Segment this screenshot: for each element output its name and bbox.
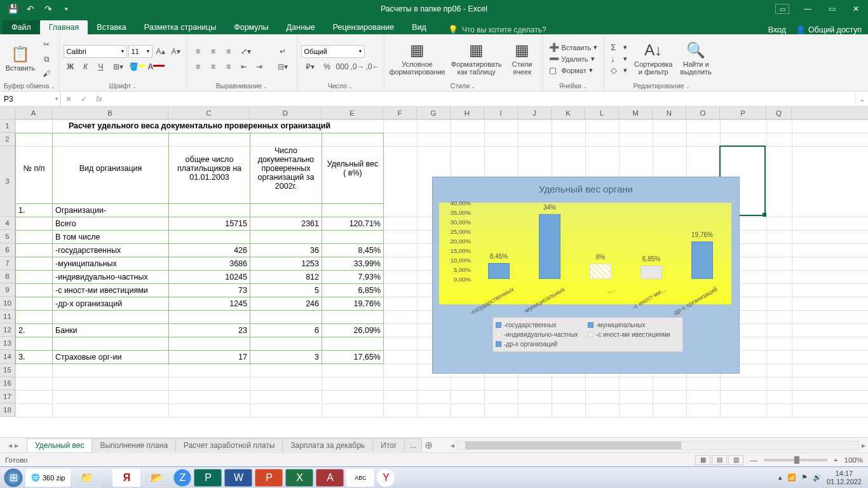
tray-sound-icon[interactable]: 🔊 (813, 473, 822, 482)
undo-icon[interactable]: ↶ (23, 2, 38, 16)
find-select-button[interactable]: 🔍 Найти и выделить (677, 38, 715, 80)
increase-decimal-icon[interactable]: ,0→ (351, 60, 365, 73)
embedded-chart[interactable]: Удельный вес органи0,00%5,00%10,00%15,00… (432, 177, 740, 374)
start-button[interactable]: ⊞ (4, 468, 23, 487)
column-header[interactable]: P (720, 107, 766, 119)
close-icon[interactable]: ✕ (844, 0, 868, 18)
login-link[interactable]: Вход (768, 25, 786, 34)
sheet-tab-more[interactable]: ... (404, 438, 422, 452)
tab-view[interactable]: Вид (403, 20, 435, 34)
font-name-combo[interactable]: Calibri▾ (64, 45, 127, 58)
decrease-decimal-icon[interactable]: ,0← (366, 60, 380, 73)
fx-icon[interactable]: fx (92, 95, 107, 104)
insert-cells-button[interactable]: ➕Вставить ▾ (546, 42, 600, 53)
worksheet-grid[interactable]: ABCDEFGHIJKLMNOPQ 1234567891011121314151… (0, 107, 868, 437)
conditional-formatting-button[interactable]: ▦ Условное форматирование (388, 38, 447, 80)
align-left-icon[interactable]: ≡ (191, 60, 205, 73)
row-header[interactable]: 12 (0, 323, 15, 337)
qat-customize-icon[interactable]: ▾ (58, 2, 74, 16)
indent-decrease-icon[interactable]: ⇤ (237, 60, 251, 73)
normal-view-icon[interactable]: ▦ (695, 455, 710, 465)
tab-file[interactable]: Файл (3, 20, 40, 34)
taskbar-powerpoint[interactable]: P (255, 469, 283, 487)
autosum-button[interactable]: Σ▾ (608, 42, 630, 53)
sheet-tab[interactable]: Расчет заработной платы (175, 438, 283, 452)
taskbar-publisher[interactable]: P (194, 469, 222, 487)
row-header[interactable]: 18 (0, 403, 15, 417)
taskbar-abc[interactable]: ABC (346, 469, 374, 487)
tray-network-icon[interactable]: 📶 (787, 473, 796, 482)
sheet-tab[interactable]: Удельный вес (27, 438, 92, 452)
name-box[interactable]: P3▾ (0, 92, 61, 106)
format-as-table-button[interactable]: ▦ Форматировать как таблицу (449, 38, 504, 80)
tab-layout[interactable]: Разметка страницы (135, 20, 225, 34)
column-header[interactable]: H (451, 107, 484, 119)
minimize-icon[interactable]: — (796, 0, 820, 18)
save-icon[interactable]: 💾 (5, 2, 20, 16)
align-middle-icon[interactable]: ≡ (207, 45, 220, 58)
cut-icon[interactable]: ✂ (39, 38, 53, 51)
tab-review[interactable]: Рецензирование (324, 20, 403, 34)
increase-font-icon[interactable]: A▴ (154, 45, 168, 58)
format-cells-button[interactable]: ▢Формат ▾ (546, 65, 600, 76)
column-header[interactable]: Q (766, 107, 792, 119)
taskbar-yandex[interactable]: Я (112, 469, 140, 487)
row-header[interactable]: 4 (0, 217, 15, 230)
column-header[interactable]: E (322, 107, 383, 119)
merge-cells-icon[interactable]: ⊟▾ (273, 60, 293, 73)
copy-icon[interactable]: ⧉ (39, 53, 53, 65)
fill-button[interactable]: ↓▾ (608, 53, 630, 64)
currency-icon[interactable]: ₽▾ (301, 60, 319, 73)
tray-chevron-icon[interactable]: ▴ (778, 473, 782, 482)
tray-flag-icon[interactable]: ⚑ (801, 473, 808, 482)
sheet-tab[interactable]: Итог (372, 438, 405, 452)
restore-icon[interactable]: ▭ (820, 0, 844, 18)
underline-button[interactable]: Ч (94, 60, 108, 73)
sheet-nav[interactable]: ◂ ▸ (0, 441, 27, 450)
font-color-button[interactable]: А (147, 60, 165, 73)
column-header[interactable]: F (383, 107, 417, 119)
taskbar-folder[interactable]: 📂 (143, 469, 171, 487)
border-button[interactable]: ⊞▾ (109, 60, 127, 73)
column-header[interactable]: M (619, 107, 653, 119)
fill-color-button[interactable]: 🪣 (128, 60, 146, 73)
row-header[interactable]: 14 (0, 350, 15, 363)
tab-formulas[interactable]: Формулы (225, 20, 277, 34)
row-header[interactable]: 9 (0, 283, 15, 297)
tab-data[interactable]: Данные (278, 20, 324, 34)
taskbar-explorer[interactable]: 📁 (73, 469, 101, 487)
zoom-out-icon[interactable]: — (750, 456, 757, 464)
page-layout-view-icon[interactable]: ▤ (712, 455, 727, 465)
column-header[interactable]: J (518, 107, 552, 119)
column-header[interactable]: C (168, 107, 250, 119)
row-header[interactable]: 8 (0, 270, 15, 283)
paste-button[interactable]: 📋 Вставить (4, 38, 37, 80)
expand-formula-bar-icon[interactable]: ⌄ (855, 95, 868, 104)
row-header[interactable]: 10 (0, 297, 15, 310)
tray-clock[interactable]: 14:17 01.12.2022 (827, 470, 862, 485)
delete-cells-button[interactable]: ➖Удалить ▾ (546, 53, 600, 64)
comma-icon[interactable]: 000 (336, 60, 349, 73)
bold-button[interactable]: Ж (64, 60, 78, 73)
row-header[interactable]: 15 (0, 363, 15, 377)
percent-icon[interactable]: % (320, 60, 334, 73)
row-header[interactable]: 17 (0, 390, 15, 403)
system-tray[interactable]: ▴ 📶 ⚑ 🔊 14:17 01.12.2022 (778, 470, 864, 485)
tell-me-search[interactable]: 💡 Что вы хотите сделать? (448, 25, 546, 34)
cell-styles-button[interactable]: ▦ Стили ячеек (506, 38, 538, 80)
align-right-icon[interactable]: ≡ (222, 60, 236, 73)
column-header[interactable]: I (484, 107, 518, 119)
italic-button[interactable]: К (79, 60, 93, 73)
sort-filter-button[interactable]: A↓ Сортировка и фильтр (632, 38, 674, 80)
clear-button[interactable]: ◇▾ (608, 65, 630, 76)
row-header[interactable]: 7 (0, 257, 15, 270)
number-format-combo[interactable]: Общий▾ (301, 45, 365, 58)
row-header[interactable]: 11 (0, 310, 15, 323)
share-button[interactable]: 👤 Общий доступ (796, 25, 862, 34)
align-center-icon[interactable]: ≡ (207, 60, 220, 73)
tab-insert[interactable]: Вставка (88, 20, 135, 34)
zoom-in-icon[interactable]: + (834, 456, 838, 464)
column-header[interactable]: D (250, 107, 322, 119)
page-break-view-icon[interactable]: ▧ (728, 455, 743, 465)
data-table[interactable]: Расчет удельного веса документально пров… (15, 119, 384, 364)
